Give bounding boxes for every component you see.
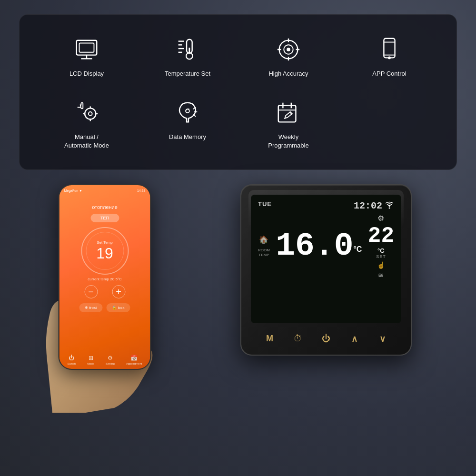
down-icon: ∨ — [379, 334, 386, 344]
thermometer-icon — [172, 34, 203, 65]
gear-icon: ⚙ — [377, 214, 384, 223]
thermostat-device: TUE 12:02 — [240, 184, 412, 356]
thermo-left-icons: 🏠 ROOMTEMP — [258, 235, 270, 257]
feature-weekly-programmable: WeeklyProgrammable — [240, 92, 337, 155]
wifi-icon — [385, 201, 394, 210]
thermo-screen: TUE 12:02 — [251, 195, 401, 323]
up-button[interactable]: ∧ — [346, 330, 363, 347]
clock-icon: ⏱ — [294, 334, 302, 344]
features-card: LCD Display Temperature Set — [19, 14, 457, 170]
phone-extra-buttons: ❄ frost 🔒 lock — [65, 303, 145, 312]
switch-icon: ⏻ — [69, 355, 74, 361]
thermo-right-col: ⚙ 22°C SET ☝ ≋ — [368, 214, 394, 279]
feature-temperature-set: Temperature Set — [139, 29, 236, 83]
frost-button[interactable]: ❄ frost — [79, 303, 102, 312]
lcd-display-label: LCD Display — [69, 69, 104, 78]
mode-label: Mode — [87, 362, 94, 365]
setting-icon: ⚙ — [108, 355, 113, 361]
svg-point-21 — [388, 57, 390, 59]
phone-time: 14:33 — [137, 189, 146, 192]
switch-label: Switch — [67, 362, 76, 365]
appointment-icon: 📅 — [130, 355, 138, 361]
set-unit: °C — [377, 247, 385, 254]
bottom-section: MegaFon ▼ 14:33 отопление ТЕП Set Temp 1… — [19, 184, 457, 413]
set-temp-label: Set Temp — [96, 240, 113, 245]
set-label: SET — [376, 254, 386, 259]
nav-mode[interactable]: ⊞ Mode — [87, 355, 94, 365]
phone-bottom-nav: ⏻ Switch ⊞ Mode ⚙ Setting — [60, 355, 150, 365]
nav-appointment[interactable]: 📅 Appointment — [126, 355, 142, 365]
thermo-main-area: 🏠 ROOMTEMP 16.0°C ⚙ 22°C SET — [258, 214, 394, 279]
heat-icon: ≋ — [378, 271, 384, 279]
mode-icon: ⊞ — [89, 355, 93, 361]
hand-phone-container: MegaFon ▼ 14:33 отопление ТЕП Set Temp 1… — [24, 184, 186, 413]
thermo-time: 12:02 — [354, 200, 382, 211]
head-gear-icon — [172, 97, 203, 128]
power-button[interactable]: ⏻ — [317, 330, 335, 347]
thermo-set-area: 22°C SET — [368, 225, 394, 259]
page-wrapper: LCD Display Temperature Set — [0, 0, 476, 476]
temperature-set-label: Temperature Set — [165, 69, 210, 78]
features-grid: LCD Display Temperature Set — [39, 29, 437, 155]
svg-point-23 — [89, 112, 92, 116]
crosshair-icon — [273, 34, 304, 65]
thermo-current-temp: 16.0 — [276, 228, 353, 264]
thermostat-section: TUE 12:02 — [200, 184, 452, 356]
thermo-set-temp: 22 — [368, 225, 394, 247]
app-control-label: APP Control — [372, 69, 406, 78]
svg-point-22 — [85, 108, 96, 119]
phone-screen: MegaFon ▼ 14:33 отопление ТЕП Set Temp 1… — [60, 185, 150, 369]
clock-button[interactable]: ⏱ — [289, 330, 307, 347]
svg-point-13 — [287, 48, 290, 51]
data-memory-label: Data Memory — [169, 133, 206, 141]
feature-data-memory: Data Memory — [139, 92, 236, 155]
current-unit: °C — [353, 245, 362, 253]
svg-rect-32 — [278, 105, 296, 122]
svg-point-37 — [389, 207, 390, 208]
thermo-bottom-buttons: M ⏱ ⏻ ∧ ∨ — [251, 330, 401, 347]
nav-setting[interactable]: ⚙ Setting — [106, 355, 115, 365]
hand-gear-icon — [71, 97, 102, 128]
nav-switch[interactable]: ⏻ Switch — [67, 355, 76, 365]
phone-mode-button[interactable]: ТЕП — [90, 214, 119, 222]
room-temp-label: ROOMTEMP — [258, 248, 270, 257]
app-phone-icon — [374, 34, 405, 65]
mode-button[interactable]: M — [261, 330, 278, 347]
thermo-day: TUE — [258, 200, 272, 208]
feature-app-control: APP Control — [341, 29, 437, 83]
svg-rect-1 — [79, 43, 94, 52]
mode-btn-label: M — [266, 334, 273, 344]
thermo-top-row: TUE 12:02 — [258, 200, 394, 211]
appointment-label: Appointment — [126, 362, 142, 365]
phone-device: MegaFon ▼ 14:33 отопление ТЕП Set Temp 1… — [59, 184, 151, 370]
setting-label: Setting — [106, 362, 115, 365]
current-temp-display: current temp 20.5°C — [65, 277, 145, 281]
manual-auto-label: Manual /Automatic Mode — [64, 133, 109, 150]
edit-calendar-icon — [273, 97, 304, 128]
home-icon: 🏠 — [259, 235, 268, 244]
weekly-programmable-label: WeeklyProgrammable — [268, 133, 308, 150]
phone-status-bar: MegaFon ▼ 14:33 — [64, 189, 146, 192]
feature-high-accuracy: High Accuracy — [240, 29, 337, 83]
set-temp-value: 19 — [96, 246, 113, 261]
down-button[interactable]: ∨ — [374, 330, 391, 347]
phone-app-title: отопление — [65, 204, 145, 210]
lock-button[interactable]: 🔒 lock — [106, 303, 130, 312]
phone-section: MegaFon ▼ 14:33 отопление ТЕП Set Temp 1… — [24, 184, 186, 413]
touch-icon: ☝ — [377, 261, 385, 269]
feature-manual-auto: Manual /Automatic Mode — [39, 92, 135, 155]
lcd-icon — [71, 34, 102, 65]
up-icon: ∧ — [351, 334, 357, 344]
decrease-temp-button[interactable]: − — [84, 285, 98, 298]
phone-carrier: MegaFon ▼ — [64, 189, 82, 192]
phone-temp-controls: − + — [65, 285, 145, 298]
feature-lcd-display: LCD Display — [39, 29, 135, 83]
increase-temp-button[interactable]: + — [112, 285, 125, 298]
phone-dial-control[interactable]: Set Temp 19 — [81, 227, 129, 275]
current-temp-area: 16.0°C — [272, 230, 366, 262]
high-accuracy-label: High Accuracy — [268, 69, 308, 78]
power-icon: ⏻ — [322, 334, 330, 344]
thermo-time-wifi: 12:02 — [354, 200, 394, 211]
